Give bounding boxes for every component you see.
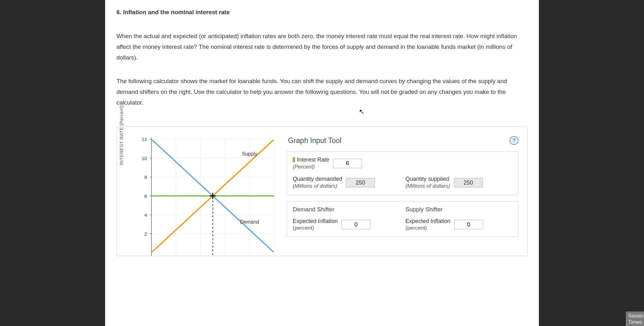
- supply-shifter-input[interactable]: [454, 220, 483, 229]
- qty-demanded-label: Quantity demanded (Millions of dollars): [293, 176, 342, 189]
- y-tick-4: 4: [144, 212, 147, 218]
- y-tick-12: 12: [142, 137, 147, 142]
- help-icon[interactable]: ?: [510, 136, 518, 145]
- mouse-cursor-icon: ↖: [359, 108, 364, 116]
- paragraph-1: When the actual and expected (or anticip…: [116, 31, 528, 63]
- demand-shifter-title: Demand Shifter: [293, 206, 400, 213]
- y-axis-label: INTEREST RATE (Percent): [119, 106, 124, 165]
- interest-rate-label: Interest Rate (Percent): [293, 157, 329, 170]
- supply-shifter-label: Expected Inflation (percent): [405, 218, 450, 232]
- y-tick-2: 2: [144, 231, 147, 237]
- demand-shifter-input[interactable]: [342, 220, 370, 229]
- supply-label: Supply: [242, 151, 257, 157]
- shifters-panel: Demand Shifter Supply Shifter Expected I…: [287, 201, 518, 237]
- y-axis: [150, 138, 151, 256]
- calculator-container: INTEREST RATE (Percent): [116, 126, 528, 256]
- chart-panel: INTEREST RATE (Percent): [117, 134, 284, 256]
- qty-supplied-label: Quantity supplied (Millions of dollars): [405, 176, 450, 189]
- chart-svg[interactable]: 12 10 8 6 4 2: [133, 136, 281, 256]
- qty-supplied-value: 250: [454, 178, 483, 187]
- supply-shifter-title: Supply Shifter: [405, 206, 512, 213]
- question-title: 6. Inflation and the nominal interest ra…: [116, 0, 528, 16]
- interest-rate-input[interactable]: [333, 159, 362, 168]
- session-timeout-badge: SessioTimeo: [626, 312, 644, 326]
- y-tick-8: 8: [144, 174, 147, 180]
- demand-label: Demand: [240, 219, 259, 225]
- values-panel: Interest Rate (Percent) Quantity demande…: [287, 151, 518, 195]
- qty-demanded-value: 250: [346, 178, 375, 187]
- y-tick-10: 10: [142, 156, 147, 161]
- paragraph-2: The following calculator shows the marke…: [116, 76, 528, 108]
- tool-title: Graph Input Tool: [288, 136, 342, 145]
- y-tick-6: 6: [144, 193, 147, 199]
- demand-shifter-label: Expected Inflation (percent): [293, 218, 338, 232]
- legend-chip-icon: [293, 157, 295, 162]
